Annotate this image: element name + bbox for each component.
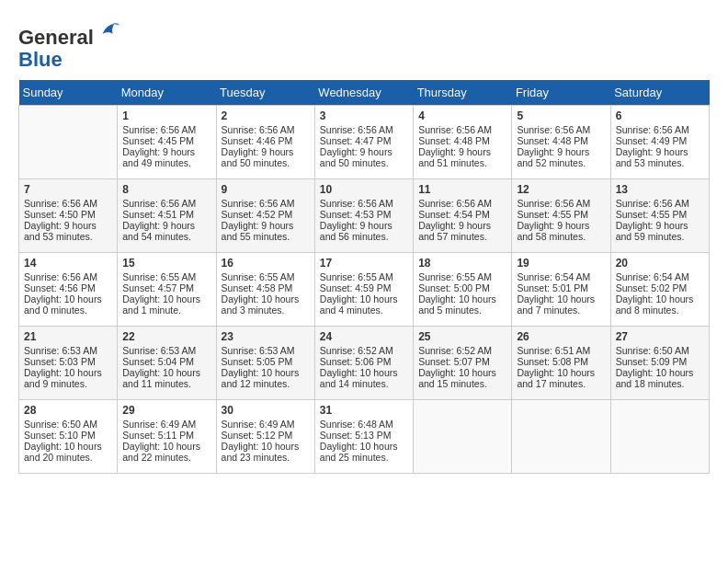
day-info: Sunrise: 6:55 AM — [222, 271, 310, 282]
day-header-sunday: Sunday — [19, 80, 118, 106]
day-number: 6 — [616, 109, 704, 122]
day-info: Sunrise: 6:56 AM — [222, 124, 310, 135]
day-info: Daylight: 10 hours — [24, 293, 112, 304]
day-number: 8 — [122, 183, 210, 196]
calendar-cell: 4Sunrise: 6:56 AMSunset: 4:48 PMDaylight… — [414, 106, 512, 179]
day-info: Sunset: 4:58 PM — [222, 282, 310, 293]
calendar-cell: 18Sunrise: 6:55 AMSunset: 5:00 PMDayligh… — [414, 253, 512, 327]
day-info: Daylight: 9 hours — [517, 220, 605, 231]
day-info: Sunset: 4:46 PM — [222, 135, 310, 146]
day-info: Sunset: 4:55 PM — [517, 209, 605, 220]
day-info: and 53 minutes. — [24, 231, 112, 242]
day-info: Daylight: 9 hours — [24, 220, 112, 231]
day-info: Sunrise: 6:53 AM — [24, 345, 112, 356]
day-number: 5 — [517, 109, 605, 122]
day-info: Daylight: 10 hours — [320, 293, 408, 304]
day-info: Daylight: 9 hours — [418, 146, 506, 157]
calendar-cell — [610, 400, 709, 474]
day-info: Sunrise: 6:49 AM — [222, 419, 310, 430]
day-header-wednesday: Wednesday — [314, 80, 413, 106]
day-info: Sunrise: 6:55 AM — [122, 271, 210, 282]
day-number: 23 — [222, 330, 310, 343]
day-info: Daylight: 10 hours — [616, 367, 704, 378]
day-number: 20 — [616, 257, 704, 270]
day-info: Sunset: 5:04 PM — [122, 356, 210, 367]
calendar-cell: 28Sunrise: 6:50 AMSunset: 5:10 PMDayligh… — [19, 400, 118, 474]
day-info: Sunset: 4:55 PM — [616, 209, 704, 220]
day-number: 29 — [122, 404, 210, 417]
day-info: Sunrise: 6:56 AM — [24, 198, 112, 209]
calendar-cell: 27Sunrise: 6:50 AMSunset: 5:09 PMDayligh… — [610, 327, 709, 400]
logo: General Blue — [18, 18, 121, 71]
day-number: 13 — [616, 183, 704, 196]
day-info: Daylight: 9 hours — [517, 146, 605, 157]
day-number: 14 — [24, 257, 112, 270]
logo-bird-icon — [96, 18, 121, 44]
logo-general-text: General — [18, 26, 94, 49]
calendar-cell: 25Sunrise: 6:52 AMSunset: 5:07 PMDayligh… — [414, 327, 512, 400]
day-info: Sunset: 5:03 PM — [24, 356, 112, 367]
day-info: Daylight: 9 hours — [616, 220, 704, 231]
day-info: Daylight: 10 hours — [122, 293, 210, 304]
calendar-cell: 2Sunrise: 6:56 AMSunset: 4:46 PMDaylight… — [216, 106, 314, 179]
day-info: Daylight: 9 hours — [122, 146, 210, 157]
calendar-cell: 26Sunrise: 6:51 AMSunset: 5:08 PMDayligh… — [512, 327, 610, 400]
day-info: Sunrise: 6:56 AM — [320, 198, 408, 209]
day-number: 30 — [222, 404, 310, 417]
day-header-friday: Friday — [512, 80, 610, 106]
day-info: Daylight: 10 hours — [122, 441, 210, 452]
day-info: Sunrise: 6:56 AM — [320, 124, 408, 135]
day-info: Sunset: 5:05 PM — [222, 356, 310, 367]
day-info: and 18 minutes. — [616, 378, 704, 389]
calendar-week-row: 1Sunrise: 6:56 AMSunset: 4:45 PMDaylight… — [19, 106, 710, 179]
day-info: and 59 minutes. — [616, 231, 704, 242]
day-info: and 11 minutes. — [122, 378, 210, 389]
day-number: 9 — [222, 183, 310, 196]
day-number: 18 — [418, 257, 506, 270]
page-header: General Blue — [18, 18, 710, 71]
calendar-cell: 3Sunrise: 6:56 AMSunset: 4:47 PMDaylight… — [314, 106, 413, 179]
calendar-cell: 9Sunrise: 6:56 AMSunset: 4:52 PMDaylight… — [216, 179, 314, 253]
day-info: Sunset: 4:56 PM — [24, 282, 112, 293]
day-info: Sunset: 4:52 PM — [222, 209, 310, 220]
calendar-table: SundayMondayTuesdayWednesdayThursdayFrid… — [18, 80, 710, 474]
day-info: Sunrise: 6:50 AM — [24, 419, 112, 430]
day-info: and 50 minutes. — [320, 157, 408, 168]
day-number: 16 — [222, 257, 310, 270]
day-info: Sunset: 4:45 PM — [122, 135, 210, 146]
calendar-cell: 23Sunrise: 6:53 AMSunset: 5:05 PMDayligh… — [216, 327, 314, 400]
calendar-cell: 21Sunrise: 6:53 AMSunset: 5:03 PMDayligh… — [19, 327, 118, 400]
day-info: and 15 minutes. — [418, 378, 506, 389]
day-info: Sunset: 5:08 PM — [517, 356, 605, 367]
calendar-cell: 31Sunrise: 6:48 AMSunset: 5:13 PMDayligh… — [314, 400, 413, 474]
day-info: Daylight: 9 hours — [320, 146, 408, 157]
day-info: Sunrise: 6:56 AM — [418, 124, 506, 135]
day-header-saturday: Saturday — [610, 80, 709, 106]
day-info: Sunset: 5:06 PM — [320, 356, 408, 367]
calendar-cell: 11Sunrise: 6:56 AMSunset: 4:54 PMDayligh… — [414, 179, 512, 253]
day-info: Sunset: 5:02 PM — [616, 282, 704, 293]
day-info: and 22 minutes. — [122, 452, 210, 463]
day-info: and 52 minutes. — [517, 157, 605, 168]
day-info: Daylight: 10 hours — [122, 367, 210, 378]
day-info: Sunrise: 6:49 AM — [122, 419, 210, 430]
day-info: and 7 minutes. — [517, 304, 605, 316]
day-info: Sunrise: 6:51 AM — [517, 345, 605, 356]
day-number: 26 — [517, 330, 605, 343]
day-number: 15 — [122, 257, 210, 270]
day-info: Daylight: 10 hours — [320, 367, 408, 378]
day-info: Sunrise: 6:55 AM — [418, 271, 506, 282]
calendar-cell: 16Sunrise: 6:55 AMSunset: 4:58 PMDayligh… — [216, 253, 314, 327]
day-info: Sunset: 5:09 PM — [616, 356, 704, 367]
day-info: and 51 minutes. — [418, 157, 506, 168]
day-number: 17 — [320, 257, 408, 270]
calendar-cell: 14Sunrise: 6:56 AMSunset: 4:56 PMDayligh… — [19, 253, 118, 327]
day-header-monday: Monday — [118, 80, 216, 106]
day-info: Sunrise: 6:56 AM — [24, 271, 112, 282]
calendar-week-row: 14Sunrise: 6:56 AMSunset: 4:56 PMDayligh… — [19, 253, 710, 327]
day-info: Sunrise: 6:56 AM — [122, 198, 210, 209]
day-info: and 49 minutes. — [122, 157, 210, 168]
day-info: Sunset: 4:54 PM — [418, 209, 506, 220]
day-info: Daylight: 10 hours — [517, 367, 605, 378]
day-info: Daylight: 10 hours — [222, 441, 310, 452]
